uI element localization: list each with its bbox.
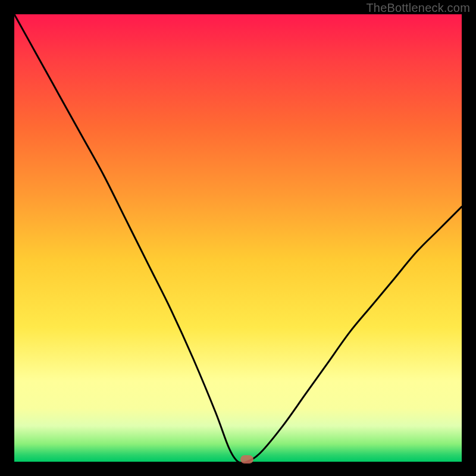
- optimal-point-marker: [240, 455, 253, 464]
- watermark-text: TheBottleneck.com: [366, 1, 470, 15]
- chart-frame: TheBottleneck.com: [0, 0, 476, 476]
- chart-plot-area: [14, 14, 462, 462]
- bottleneck-curve: [14, 14, 462, 462]
